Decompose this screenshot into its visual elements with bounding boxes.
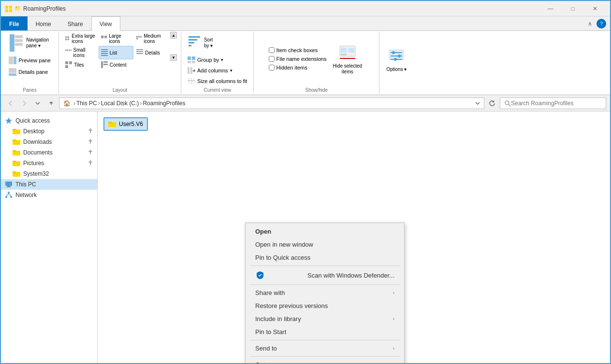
svg-rect-31 (136, 51, 143, 52)
tab-file[interactable]: File (1, 16, 28, 30)
sidebar-item-this-pc[interactable]: This PC (1, 179, 97, 190)
search-input[interactable] (511, 100, 602, 107)
ctx-send-to[interactable]: Send to › (246, 342, 404, 355)
system32-folder-icon (13, 170, 20, 178)
svg-point-93 (10, 196, 12, 198)
svg-point-64 (392, 51, 395, 54)
sidebar: Quick access Desktop Downloads Documents… (1, 112, 98, 364)
file-name-extensions-input[interactable] (269, 56, 275, 62)
up-button[interactable] (45, 98, 57, 109)
layout-details[interactable]: Details (134, 46, 169, 59)
ribbon-content: Navigationpane ▾ Preview pane Details pa… (1, 31, 610, 95)
item-check-boxes-label: Item check boxes (276, 47, 318, 53)
refresh-button[interactable] (486, 98, 498, 109)
show-hide-checkboxes: Item check boxes File name extensions Hi… (269, 47, 327, 71)
options-button[interactable]: Options ▾ (384, 44, 409, 74)
svg-rect-28 (101, 53, 108, 54)
maximize-button[interactable]: □ (562, 1, 584, 16)
this-pc-icon (5, 181, 13, 188)
svg-line-68 (509, 104, 511, 106)
forward-icon (21, 100, 28, 107)
add-columns-button[interactable]: Add columns ▾ (185, 66, 235, 75)
item-check-boxes-checkbox[interactable]: Item check boxes (269, 47, 327, 54)
hidden-items-input[interactable] (269, 65, 275, 70)
layout-list[interactable]: List (99, 46, 134, 59)
minimize-button[interactable]: — (539, 1, 562, 16)
layout-extra-large[interactable]: Extra large icons (63, 32, 98, 45)
size-columns-icon (188, 78, 195, 84)
sidebar-item-system32[interactable]: System32 (1, 168, 97, 179)
ctx-restore-versions[interactable]: Restore previous versions (246, 299, 404, 312)
ctx-cut[interactable]: Cut (246, 358, 404, 364)
ctx-open-label: Open (255, 228, 271, 235)
extra-large-label: Extra large icons (72, 33, 95, 44)
layout-scroll-down[interactable]: ▼ (170, 54, 177, 61)
tab-home[interactable]: Home (28, 16, 59, 30)
svg-rect-25 (71, 50, 72, 51)
navigation-pane-button[interactable]: Navigationpane ▾ (6, 32, 51, 54)
pictures-pin-icon (87, 160, 93, 166)
hide-selected-items-button[interactable]: Hide selecteditems (331, 42, 365, 76)
ribbon-collapse-btn[interactable]: ∧ (585, 19, 595, 28)
sidebar-quick-access[interactable]: Quick access (1, 115, 97, 126)
svg-rect-39 (189, 36, 200, 38)
svg-rect-57 (349, 48, 354, 53)
sidebar-item-documents[interactable]: Documents (1, 147, 97, 158)
ribbon-group-panes: Navigationpane ▾ Preview pane Details pa… (1, 32, 59, 94)
documents-folder-icon (13, 149, 20, 156)
svg-rect-42 (189, 45, 191, 46)
svg-point-92 (5, 196, 7, 198)
sidebar-item-downloads[interactable]: Downloads (1, 137, 97, 147)
svg-rect-58 (341, 54, 347, 56)
layout-large[interactable]: Large icons (99, 32, 134, 45)
close-button[interactable]: ✕ (584, 1, 606, 16)
file-name-extensions-checkbox[interactable]: File name extensions (269, 56, 327, 62)
sidebar-item-network[interactable]: Network (1, 190, 97, 200)
pictures-label: Pictures (23, 160, 44, 167)
folder-user5v6[interactable]: User5.V6 (103, 117, 148, 131)
ctx-restore-versions-label: Restore previous versions (255, 302, 328, 309)
preview-pane-button[interactable]: Preview pane (6, 55, 53, 66)
ctx-share-with[interactable]: Share with › (246, 286, 404, 299)
ctx-scan-defender[interactable]: Scan with Windows Defender... (246, 267, 404, 283)
ctx-open[interactable]: Open (246, 225, 404, 238)
navigation-pane-label: Navigationpane ▾ (26, 37, 49, 49)
panes-group-label: Panes (1, 87, 58, 93)
options-icon (387, 46, 406, 66)
group-by-arrow: ▾ (221, 57, 223, 62)
window-controls: — □ ✕ (539, 1, 606, 16)
sort-by-button[interactable]: Sortby ▾ (185, 32, 215, 54)
svg-rect-41 (189, 42, 194, 43)
size-all-columns-button[interactable]: Size all columns to fit (185, 76, 249, 86)
tab-share[interactable]: Share (59, 16, 91, 30)
sidebar-item-desktop[interactable]: Desktop (1, 126, 97, 137)
svg-rect-38 (103, 64, 108, 65)
ctx-pin-quick-access[interactable]: Pin to Quick access (246, 251, 404, 264)
item-check-boxes-input[interactable] (269, 47, 275, 53)
layout-small[interactable]: Small icons (63, 46, 98, 59)
search-box[interactable] (500, 98, 606, 109)
svg-rect-7 (15, 43, 23, 46)
ctx-include-library[interactable]: Include in library › (246, 312, 404, 325)
layout-scroll-up[interactable]: ▲ (170, 32, 177, 39)
ctx-pin-start[interactable]: Pin to Start (246, 325, 404, 338)
layout-medium[interactable]: Medium icons (134, 32, 169, 45)
back-button[interactable] (5, 98, 16, 109)
svg-rect-60 (389, 49, 404, 60)
tab-view[interactable]: View (91, 16, 120, 31)
forward-button[interactable] (18, 98, 30, 109)
address-path[interactable]: 🏠 › This PC › Local Disk (C:) › RoamingP… (59, 98, 484, 109)
layout-tiles[interactable]: Tiles (63, 60, 98, 70)
svg-rect-1 (9, 6, 12, 9)
size-all-columns-label: Size all columns to fit (197, 78, 247, 84)
hidden-items-checkbox[interactable]: Hidden items (269, 64, 327, 71)
sidebar-item-pictures[interactable]: Pictures (1, 158, 97, 168)
help-button[interactable]: ? (596, 19, 606, 28)
search-icon (504, 100, 511, 107)
layout-content[interactable]: Content (99, 60, 134, 70)
ctx-open-new-window[interactable]: Open in new window (246, 238, 404, 251)
group-by-button[interactable]: Group by ▾ (185, 55, 226, 65)
show-hide-group-label: Show/hide (254, 87, 379, 93)
details-pane-button[interactable]: Details pane (6, 67, 50, 77)
recent-locations-button[interactable] (32, 98, 44, 109)
